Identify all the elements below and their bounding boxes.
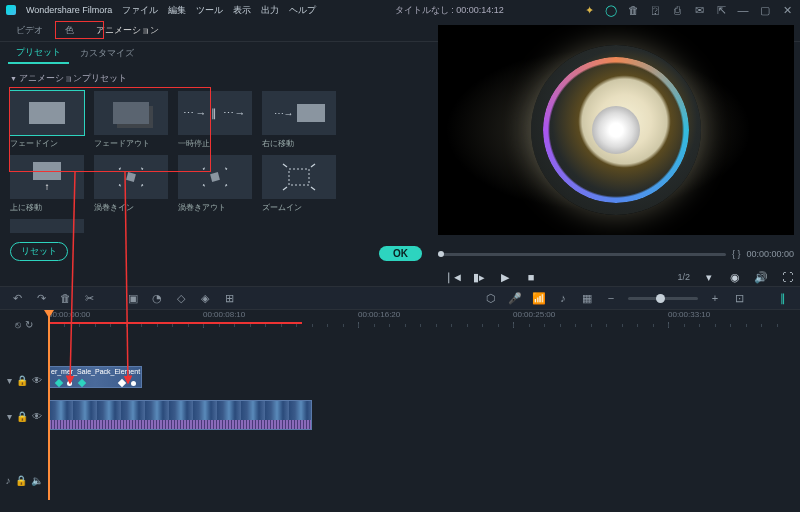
preset-zoom-in[interactable]: ズームイン [262,155,336,213]
preview-viewport[interactable] [438,25,794,235]
volume-icon[interactable]: 🔊 [754,271,768,284]
timeline-toolbar: ↶ ↷ 🗑 ✂ ▣ ◔ ◇ ◈ ⊞ ⬡ 🎤 📶 ♪ ▦ − + ⊡ ∥ [0,286,800,310]
menu-view[interactable]: 表示 [233,4,251,17]
track-menu-icon[interactable]: ▾ [7,411,12,422]
minimize-icon[interactable]: — [736,4,750,17]
playhead[interactable] [48,310,50,500]
app-name: Wondershare Filmora [26,5,112,15]
title-bar: Wondershare Filmora ファイル 編集 ツール 表示 出力 ヘル… [0,0,800,20]
split-icon[interactable]: ✂ [82,292,96,305]
transport-bar: ∣◄ ▮▸ ▶ ■ 1/2 ▾ ◉ 🔊 ⛶ [438,266,794,288]
headset-icon[interactable]: ◯ [604,4,618,17]
zoom-fit-icon[interactable]: ⊡ [732,292,746,305]
zoom-out-icon[interactable]: − [604,292,618,304]
sync-icon[interactable]: ↻ [25,319,33,330]
chevron-down-icon[interactable]: ▾ [702,271,716,284]
menu-edit[interactable]: 編集 [168,4,186,17]
speed-icon[interactable]: ◔ [150,292,164,305]
preset-move-right[interactable]: ⋯→ 右に移動 [262,91,336,149]
menu-help[interactable]: ヘルプ [289,4,316,17]
panel-heading[interactable]: アニメーションプリセット [10,72,422,85]
mixer-icon[interactable]: 📶 [532,292,546,305]
snapshot-icon[interactable]: ◉ [728,271,742,284]
scrub-bar: { } 00:00:00:00 [438,240,794,268]
export-icon[interactable]: ⎙ [670,4,684,17]
grid-icon[interactable]: ⊞ [222,292,236,305]
overlay-clip[interactable]: er_mer_Sale_Pack_Element [48,366,142,388]
svg-rect-3 [210,172,220,182]
svg-rect-2 [126,172,136,182]
video-clip[interactable] [48,400,312,430]
crop-icon[interactable]: ▣ [126,292,140,305]
preset-move-up[interactable]: ↑ 上に移動 [10,155,84,213]
track-lock-icon[interactable]: 🔒 [15,475,27,486]
menu-tools[interactable]: ツール [196,4,223,17]
pin-icon[interactable]: ⇱ [714,4,728,17]
mail-icon[interactable]: ✉ [692,4,706,17]
menu-bar: ファイル 編集 ツール 表示 出力 ヘルプ [122,4,316,17]
undo-icon[interactable]: ↶ [10,292,24,305]
render-icon[interactable]: ∥ [776,292,790,305]
mic-icon[interactable]: 🎤 [508,292,522,305]
loop-braces[interactable]: { } [732,249,741,259]
ok-button[interactable]: OK [379,246,422,261]
play-time: 00:00:00:00 [746,249,794,259]
tab-video[interactable]: ビデオ [8,21,51,40]
timeline: ⎋↻ 00:00:00:00 00:00:08:10 00:00:16:20 0… [0,310,800,510]
preset-more[interactable] [10,219,84,233]
track-lock-icon[interactable]: 🔒 [16,375,28,386]
close-icon[interactable]: ✕ [780,4,794,17]
subtab-preset[interactable]: プリセット [8,43,69,64]
play-icon[interactable]: ▶ [498,271,512,284]
project-title: タイトルなし : 00:00:14:12 [326,4,572,17]
delete-icon[interactable]: 🗑 [58,292,72,304]
keyframe-icon[interactable]: ◈ [198,292,212,305]
user-icon[interactable]: ⍰ [648,4,662,17]
svg-rect-4 [289,169,309,185]
zoom-slider[interactable] [628,297,698,300]
track-mute-icon[interactable]: 🔈 [31,475,43,486]
marker-icon[interactable]: ⬡ [484,292,498,305]
link-icon[interactable]: ⎋ [15,319,21,330]
preset-fade-out[interactable]: フェードアウト [94,91,168,149]
redo-icon[interactable]: ↷ [34,292,48,305]
layers-icon[interactable]: ▦ [580,292,594,305]
tab-color[interactable]: 色 [57,21,82,40]
animation-panel: アニメーションプリセット フェードイン フェードアウト ⋯→ ∥ ⋯→ 一時停止… [0,64,432,266]
step-back-icon[interactable]: ▮▸ [472,271,486,284]
track-visible-icon[interactable]: 👁 [32,411,42,422]
preset-spiral-out[interactable]: 渦巻きアウト [178,155,252,213]
stop-icon[interactable]: ■ [524,271,538,283]
color-icon[interactable]: ◇ [174,292,188,305]
audio-waveform [49,420,311,429]
preset-fade-in[interactable]: フェードイン [10,91,84,149]
work-area-bar[interactable] [48,322,302,324]
preset-pause[interactable]: ⋯→ ∥ ⋯→ 一時停止 [178,91,252,149]
menu-file[interactable]: ファイル [122,4,158,17]
scrub-track[interactable] [438,253,726,256]
audio-track-icon[interactable]: ♪ [6,475,11,486]
app-logo-icon [6,5,16,15]
maximize-icon[interactable]: ▢ [758,4,772,17]
preview-content [531,45,701,215]
track-lock-icon[interactable]: 🔒 [16,411,28,422]
fullscreen-icon[interactable]: ⛶ [780,271,794,283]
zoom-in-icon[interactable]: + [708,292,722,304]
menu-output[interactable]: 出力 [261,4,279,17]
tab-animation[interactable]: アニメーション [88,21,167,40]
preset-spiral-in[interactable]: 渦巻きイン [94,155,168,213]
track-visible-icon[interactable]: 👁 [32,375,42,386]
reset-button[interactable]: リセット [10,242,68,261]
cloud-icon[interactable]: ✦ [582,4,596,17]
track-menu-icon[interactable]: ▾ [7,375,12,386]
timeline-ruler[interactable]: 00:00:00:00 00:00:08:10 00:00:16:20 00:0… [48,310,800,328]
trash-icon[interactable]: 🗑 [626,4,640,17]
prev-frame-icon[interactable]: ∣◄ [446,271,460,284]
preview-scale-select[interactable]: 1/2 [677,272,690,282]
subtab-custom[interactable]: カスタマイズ [72,44,142,63]
music-icon[interactable]: ♪ [556,292,570,304]
